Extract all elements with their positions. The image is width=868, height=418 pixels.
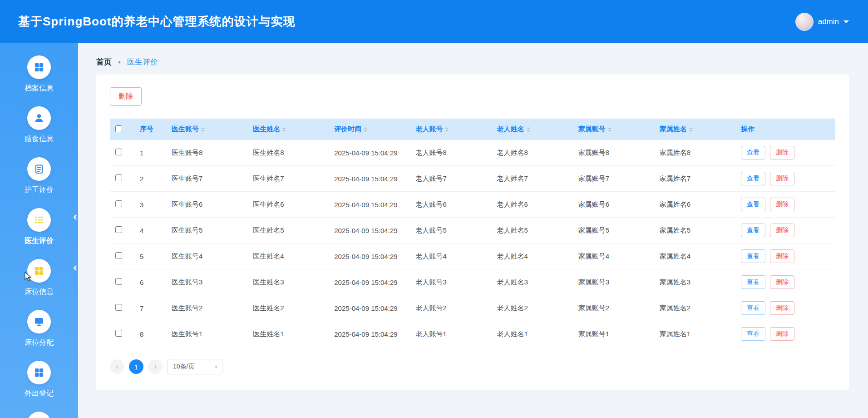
user-menu[interactable]: admin <box>795 13 849 31</box>
table-header-cell[interactable]: 家属姓名 <box>654 119 735 140</box>
bulk-delete-button[interactable]: 删除 <box>110 87 142 106</box>
table-header-cell[interactable]: 老人姓名 <box>492 119 573 140</box>
cell-actions: 查看删除 <box>735 269 835 295</box>
sidebar-item-label: 外出登记 <box>25 389 54 398</box>
page-size-value: 10条/页 <box>173 363 194 371</box>
sidebar-item-label: 档案信息 <box>25 84 54 93</box>
cell-elder-account: 老人账号6 <box>410 192 491 218</box>
menu-icon-circle <box>27 208 51 232</box>
sidebar-item-8[interactable] <box>0 406 78 418</box>
select-all-header-cell <box>110 119 134 140</box>
row-checkbox[interactable] <box>115 200 122 207</box>
table-header-cell[interactable]: 医生姓名 <box>247 119 329 140</box>
delete-button[interactable]: 删除 <box>770 275 794 289</box>
cell-elder-name: 老人姓名1 <box>492 321 573 347</box>
menu-icon-circle <box>27 310 51 333</box>
view-button[interactable]: 查看 <box>741 275 765 289</box>
view-button[interactable]: 查看 <box>741 301 765 315</box>
cell-doctor-name: 医生姓名5 <box>247 218 329 244</box>
table-header-cell[interactable]: 评价时间 <box>329 119 410 140</box>
select-all-checkbox[interactable] <box>115 125 122 132</box>
sidebar-item-label: 膳食信息 <box>25 134 54 144</box>
cell-time: 2025-04-09 15:04:29 <box>329 269 410 295</box>
cell-doctor-account: 医生账号2 <box>166 295 247 321</box>
column-label: 家属姓名 <box>660 125 687 133</box>
cell-elder-name: 老人姓名2 <box>492 295 573 321</box>
view-button[interactable]: 查看 <box>741 327 765 341</box>
cell-elder-name: 老人姓名5 <box>492 218 573 244</box>
sidebar-item-4[interactable]: 医生评价 <box>0 202 78 253</box>
cell-no: 8 <box>134 321 166 347</box>
cell-no: 6 <box>134 269 166 295</box>
row-select-cell <box>110 140 134 166</box>
sort-icon <box>445 125 449 134</box>
cell-elder-name: 老人姓名4 <box>492 244 573 269</box>
row-checkbox[interactable] <box>115 226 122 233</box>
table-header-cell[interactable]: 家属账号 <box>573 119 654 140</box>
delete-button[interactable]: 删除 <box>770 224 794 237</box>
table-header-row: 序号 医生账号 医生姓名 评价时间 老人账号 老人姓名 家属账号 家属姓名 操作 <box>110 119 835 140</box>
row-checkbox[interactable] <box>115 149 122 155</box>
prev-page-button[interactable]: ‹ <box>110 359 124 374</box>
column-label: 老人姓名 <box>497 125 524 133</box>
table-header-cell[interactable]: 医生账号 <box>166 119 247 140</box>
cell-family-name: 家属姓名2 <box>654 295 735 321</box>
row-checkbox[interactable] <box>115 278 122 285</box>
pagination: ‹ 1 › 10条/页 ▾ <box>110 359 835 374</box>
sidebar-item-label: 床位信息 <box>25 287 54 297</box>
cell-elder-name: 老人姓名7 <box>492 166 573 192</box>
view-button[interactable]: 查看 <box>741 146 765 159</box>
menu-icon-circle <box>27 106 51 130</box>
cell-time: 2025-04-09 15:04:29 <box>329 140 410 166</box>
page-number-button[interactable]: 1 <box>129 359 143 374</box>
view-button[interactable]: 查看 <box>741 224 765 237</box>
sidebar-item-5[interactable]: 床位信息 <box>0 253 78 304</box>
next-page-button[interactable]: › <box>148 359 163 374</box>
sidebar-item-3[interactable]: 护工评价 <box>0 151 78 202</box>
row-checkbox[interactable] <box>115 330 122 337</box>
cell-time: 2025-04-09 15:04:29 <box>329 295 410 321</box>
view-button[interactable]: 查看 <box>741 249 765 263</box>
cell-doctor-account: 医生账号3 <box>166 269 247 295</box>
cell-no: 1 <box>134 140 166 166</box>
cell-family-name: 家属姓名7 <box>654 166 735 192</box>
cell-no: 7 <box>134 295 166 321</box>
delete-button[interactable]: 删除 <box>770 146 794 159</box>
table-header-cell[interactable]: 老人账号 <box>410 119 491 140</box>
cell-family-name: 家属姓名6 <box>654 192 735 218</box>
page-size-select[interactable]: 10条/页 ▾ <box>167 359 222 374</box>
cell-family-account: 家属账号1 <box>573 321 654 347</box>
sidebar-item-1[interactable]: 档案信息 <box>0 50 78 100</box>
cell-actions: 查看删除 <box>735 192 835 218</box>
cell-family-account: 家属账号6 <box>573 192 654 218</box>
cell-family-account: 家属账号8 <box>573 140 654 166</box>
row-checkbox[interactable] <box>115 252 122 259</box>
breadcrumb-separator-icon: ● <box>118 60 121 65</box>
delete-button[interactable]: 删除 <box>770 301 794 315</box>
view-button[interactable]: 查看 <box>741 198 765 211</box>
username: admin <box>818 17 839 26</box>
cell-time: 2025-04-09 15:04:29 <box>329 218 410 244</box>
cell-doctor-name: 医生姓名7 <box>247 166 329 192</box>
breadcrumb-home[interactable]: 首页 <box>96 57 112 67</box>
sidebar-item-2[interactable]: 膳食信息 <box>0 100 78 151</box>
delete-button[interactable]: 删除 <box>770 172 794 185</box>
cell-doctor-account: 医生账号7 <box>166 166 247 192</box>
row-checkbox[interactable] <box>115 174 122 181</box>
cell-elder-account: 老人账号8 <box>410 140 491 166</box>
sort-icon <box>282 125 286 134</box>
delete-button[interactable]: 删除 <box>770 249 794 263</box>
sidebar-item-7[interactable]: 外出登记 <box>0 355 78 406</box>
delete-button[interactable]: 删除 <box>770 327 794 341</box>
grid-icon <box>34 367 44 378</box>
column-label: 评价时间 <box>334 125 361 133</box>
sidebar-item-6[interactable]: 床位分配 <box>0 304 78 355</box>
sidebar-item-label: 护工评价 <box>25 185 54 195</box>
page: { "header": { "title": "基于SpringBoot的养老中… <box>0 0 868 418</box>
delete-button[interactable]: 删除 <box>770 198 794 211</box>
cell-elder-account: 老人账号1 <box>410 321 491 347</box>
doctor-evaluation-table: 序号 医生账号 医生姓名 评价时间 老人账号 老人姓名 家属账号 家属姓名 操作… <box>110 119 835 347</box>
row-checkbox[interactable] <box>115 304 122 311</box>
sort-icon <box>364 125 367 134</box>
view-button[interactable]: 查看 <box>741 172 765 185</box>
